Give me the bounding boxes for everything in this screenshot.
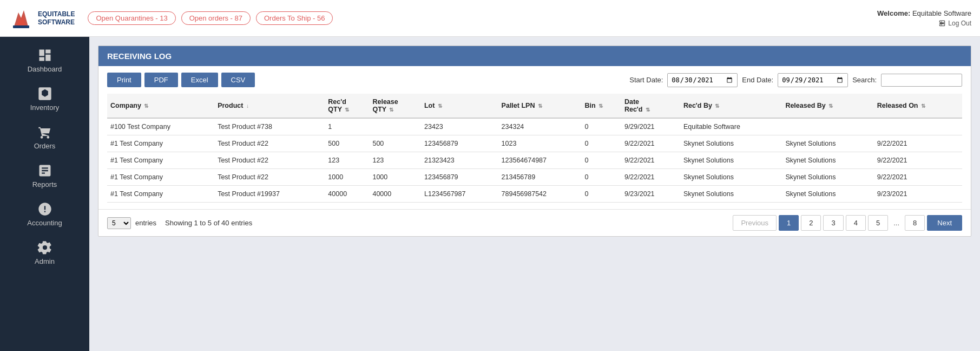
sidebar-item-admin[interactable]: Admin xyxy=(0,233,89,272)
table-cell: 123564674987 xyxy=(498,152,582,169)
col-pallet-lpn[interactable]: Pallet LPN ⇅ xyxy=(498,94,582,118)
logout-link[interactable]: Log Out xyxy=(938,20,971,27)
previous-button[interactable]: Previous xyxy=(733,215,777,231)
table-cell: #1 Test Company xyxy=(107,186,214,203)
table-cell: 789456987542 xyxy=(498,186,582,203)
svg-rect-2 xyxy=(13,25,29,28)
badge-orders-to-ship[interactable]: Orders To Ship - 56 xyxy=(256,11,333,25)
table-cell: Skynet Solutions xyxy=(782,135,873,152)
table-cell: 0 xyxy=(581,135,621,152)
panel-body: Print PDF Excel CSV Start Date: End Date… xyxy=(98,66,971,209)
table-cell: 0 xyxy=(581,152,621,169)
table-cell: Skynet Solutions xyxy=(782,152,873,169)
admin-icon xyxy=(37,240,52,255)
sidebar-item-orders[interactable]: Orders xyxy=(0,118,89,157)
table-cell: #100 Test Company xyxy=(107,118,214,135)
table-cell: #1 Test Company xyxy=(107,169,214,186)
table-cell xyxy=(369,118,421,135)
table-cell: Skynet Solutions xyxy=(782,169,873,186)
col-company[interactable]: Company ⇅ xyxy=(107,94,214,118)
table-cell: 0 xyxy=(581,118,621,135)
table-row: #1 Test CompanyTest Product #19937400004… xyxy=(107,186,962,203)
table-cell: 1 xyxy=(325,118,369,135)
panel-title: RECEIVING LOG xyxy=(98,46,971,66)
page-3-button[interactable]: 3 xyxy=(823,215,843,231)
table-cell: 123 xyxy=(369,152,421,169)
sidebar-label-dashboard: Dashboard xyxy=(28,65,62,73)
col-released-on[interactable]: Released On ⇅ xyxy=(874,94,962,118)
sidebar-item-dashboard[interactable]: Dashboard xyxy=(0,41,89,80)
pdf-button[interactable]: PDF xyxy=(144,73,178,87)
table-row: #1 Test CompanyTest Product #22100010001… xyxy=(107,169,962,186)
table-cell: #1 Test Company xyxy=(107,152,214,169)
end-date-input[interactable] xyxy=(778,73,848,87)
table-cell: 500 xyxy=(369,135,421,152)
end-date-label: End Date: xyxy=(742,76,773,84)
table-cell: 9/22/2021 xyxy=(621,152,680,169)
welcome-text: Welcome: Equitable Software xyxy=(877,9,971,17)
print-button[interactable]: Print xyxy=(107,73,141,87)
content-area: RECEIVING LOG Print PDF Excel CSV Start … xyxy=(89,37,980,351)
table-cell: Equitable Software xyxy=(680,118,782,135)
table-cell: 9/23/2021 xyxy=(621,186,680,203)
table-cell: 123456879 xyxy=(421,169,498,186)
table-row: #100 Test CompanyTest Product #738123423… xyxy=(107,118,962,135)
col-product[interactable]: Product ↓ xyxy=(214,94,325,118)
table-cell: Skynet Solutions xyxy=(680,169,782,186)
sidebar-item-reports[interactable]: Reports xyxy=(0,157,89,195)
col-release-qty[interactable]: ReleaseQTY ⇅ xyxy=(369,94,421,118)
logo-area: EQUITABLE SOFTWARE xyxy=(9,6,75,31)
excel-button[interactable]: Excel xyxy=(181,73,218,87)
sidebar-item-accounting[interactable]: Accounting xyxy=(0,195,89,233)
search-input[interactable] xyxy=(881,74,962,87)
page-5-button[interactable]: 5 xyxy=(868,215,888,231)
showing-text: Showing 1 to 5 of 40 entries xyxy=(165,219,252,227)
table-cell: Test Product #22 xyxy=(214,152,325,169)
ellipsis: ... xyxy=(890,216,903,230)
sidebar-item-inventory[interactable]: Inventory xyxy=(0,80,89,118)
table-cell: Skynet Solutions xyxy=(680,186,782,203)
receiving-log-panel: RECEIVING LOG Print PDF Excel CSV Start … xyxy=(98,46,971,237)
page-8-button[interactable]: 8 xyxy=(905,215,925,231)
sidebar: Dashboard Inventory Orders Reports Accou… xyxy=(0,37,89,351)
table-cell: #1 Test Company xyxy=(107,135,214,152)
page-4-button[interactable]: 4 xyxy=(846,215,866,231)
col-released-by[interactable]: Released By ⇅ xyxy=(782,94,873,118)
sidebar-label-reports: Reports xyxy=(32,180,57,188)
header-badges: Open Quarantines - 13 Open orders - 87 O… xyxy=(88,11,877,25)
table-cell: Test Product #738 xyxy=(214,118,325,135)
table-cell: 9/22/2021 xyxy=(621,169,680,186)
badge-quarantines[interactable]: Open Quarantines - 13 xyxy=(88,11,175,25)
table-cell: 9/22/2021 xyxy=(874,169,962,186)
table-cell: 0 xyxy=(581,169,621,186)
table-cell: 9/22/2021 xyxy=(874,135,962,152)
sidebar-label-accounting: Accounting xyxy=(27,219,62,227)
sidebar-label-inventory: Inventory xyxy=(30,103,59,112)
col-recd-by[interactable]: Rec'd By ⇅ xyxy=(680,94,782,118)
start-date-input[interactable] xyxy=(667,73,738,87)
table-cell: Test Product #19937 xyxy=(214,186,325,203)
badge-open-orders[interactable]: Open orders - 87 xyxy=(181,11,251,25)
table-cell: Skynet Solutions xyxy=(680,135,782,152)
table-cell: 21323423 xyxy=(421,152,498,169)
next-button[interactable]: Next xyxy=(927,215,962,231)
page-2-button[interactable]: 2 xyxy=(801,215,821,231)
col-date-recd[interactable]: DateRec'd ⇅ xyxy=(621,94,680,118)
reports-icon xyxy=(37,163,52,178)
table-body: #100 Test CompanyTest Product #738123423… xyxy=(107,118,962,203)
table-cell: 9/22/2021 xyxy=(874,152,962,169)
table-header: Company ⇅ Product ↓ Rec'dQTY ⇅ ReleaseQT… xyxy=(107,94,962,118)
logo-text: EQUITABLE SOFTWARE xyxy=(38,10,75,26)
col-recd-qty[interactable]: Rec'dQTY ⇅ xyxy=(325,94,369,118)
receiving-log-table: Company ⇅ Product ↓ Rec'dQTY ⇅ ReleaseQT… xyxy=(107,94,962,203)
table-cell: 234324 xyxy=(498,118,582,135)
top-header: EQUITABLE SOFTWARE Open Quarantines - 13… xyxy=(0,0,980,37)
csv-button[interactable]: CSV xyxy=(221,73,255,87)
table-cell: 23423 xyxy=(421,118,498,135)
page-1-button[interactable]: 1 xyxy=(779,215,799,231)
col-lot[interactable]: Lot ⇅ xyxy=(421,94,498,118)
orders-icon xyxy=(37,125,52,140)
col-bin[interactable]: Bin ⇅ xyxy=(581,94,621,118)
entries-select[interactable]: 5 10 25 50 xyxy=(107,217,131,229)
main-layout: Dashboard Inventory Orders Reports Accou… xyxy=(0,37,980,351)
